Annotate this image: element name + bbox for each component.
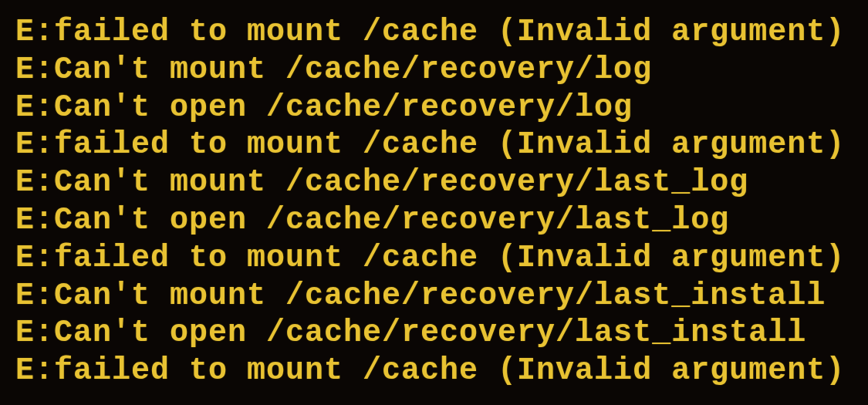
error-log-line: E:Can't mount /cache/recovery/log (15, 52, 853, 89)
error-log-line: E:Can't open /cache/recovery/last_log (15, 202, 853, 240)
recovery-terminal: E:failed to mount /cache (Invalid argume… (15, 14, 853, 391)
error-log-line: E:failed to mount /cache (Invalid argume… (15, 127, 853, 164)
error-log-line: E:failed to mount /cache (Invalid argume… (15, 240, 853, 278)
error-log-line: E:Can't mount /cache/recovery/last_insta… (15, 278, 853, 316)
error-log-line: E:Can't open /cache/recovery/log (15, 89, 853, 127)
error-log-line: E:Can't mount /cache/recovery/last_log (15, 164, 853, 202)
error-log-line: E:Can't open /cache/recovery/last_instal… (15, 315, 853, 353)
error-log-line: E:failed to mount /cache (Invalid argume… (15, 14, 853, 52)
error-log-line: E:failed to mount /cache (Invalid argume… (15, 353, 853, 390)
